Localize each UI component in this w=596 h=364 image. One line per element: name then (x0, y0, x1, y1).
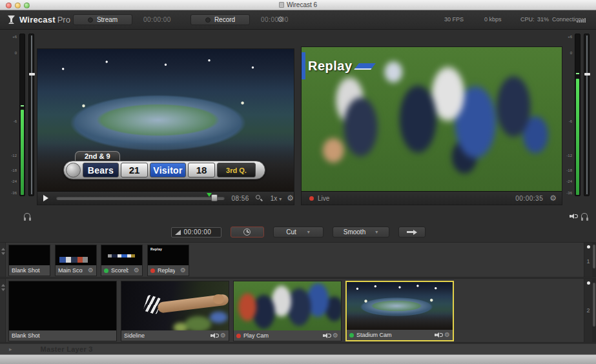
app-name: Wirecast (19, 15, 56, 25)
layer-scrollbar[interactable] (592, 279, 596, 342)
play-button[interactable] (43, 195, 48, 201)
master-layer-label: Master Layer 3 (41, 345, 93, 353)
shot-status-dot (104, 268, 108, 273)
db-scale: +6 0 -6 -12 -18 -24 -36 (5, 34, 17, 196)
shot-replay[interactable]: Replay Replay ⚙ (147, 245, 189, 276)
layer-number-strip: 1 (584, 243, 592, 277)
referee-fist-art (213, 294, 224, 304)
volume-slider-handle[interactable] (584, 73, 590, 76)
shot-blank-1[interactable]: Blank Shot (8, 245, 50, 276)
window-bottom-strip (0, 354, 596, 364)
disclosure-triangle-icon[interactable]: ▸ (9, 346, 12, 352)
preview-panel: 2nd & 9 Bears 21 Visitor 18 3rd Q. 08:56 (37, 48, 294, 205)
clock-icon (243, 228, 251, 236)
cpu-value: 31% (537, 16, 549, 23)
playback-speed-select[interactable]: 1x▾ (271, 195, 282, 202)
shot-gear-icon[interactable]: ⚙ (180, 267, 186, 274)
shot-gear-icon[interactable]: ⚙ (220, 332, 226, 339)
scrubber-marker (207, 193, 212, 197)
playback-bar: 08:56 1x▾ ⚙ (37, 191, 294, 205)
shot-blank-2[interactable]: Blank Shot (8, 281, 117, 341)
live-audio-meter: +6 0 -6 -12 -18 -24 -36 (560, 32, 594, 221)
wirecast-window: Wirecast 6 Wirecast Pro Stream 00:00:00 … (0, 0, 596, 364)
shot-audio-icon[interactable] (435, 332, 442, 338)
shot-scoreboard[interactable]: Scoreboar ⚙ (101, 245, 143, 276)
shot-main-score[interactable]: Main Score ⚙ (55, 245, 97, 276)
shot-gear-icon[interactable]: ⚙ (444, 332, 450, 338)
live-video[interactable]: Replay (302, 47, 562, 191)
scrubber-track[interactable] (56, 196, 225, 200)
record-status-led (205, 17, 211, 23)
chevron-down-icon: ▾ (375, 229, 378, 235)
vu-meter-peak (21, 105, 24, 106)
layer-dot[interactable] (587, 281, 590, 285)
scoreboard-logo-icon (66, 163, 81, 177)
mute-speaker-icon[interactable] (570, 213, 577, 219)
output-settings-gear-icon[interactable]: ⚙ (277, 15, 284, 23)
live-bar: Live 00:00:35 ⚙ (302, 191, 562, 205)
playcam-players-art (234, 281, 341, 330)
scrubber-handle[interactable] (211, 194, 218, 201)
monitor-headphone-icon[interactable] (581, 213, 589, 221)
master-layer-bar[interactable]: ▸ Master Layer 3 (0, 343, 596, 354)
scoreboard-down-distance: 2nd & 9 (75, 151, 120, 161)
volume-slider[interactable] (28, 34, 34, 196)
stadium-thumb-crowd-art (347, 314, 453, 330)
stream-button[interactable]: Stream (73, 14, 132, 25)
app-edition: Pro (57, 15, 70, 25)
layer-reorder-strip[interactable] (0, 279, 6, 342)
layer-scrollbar[interactable] (592, 243, 596, 277)
vu-meter-level (21, 110, 24, 196)
vu-meter (19, 34, 25, 196)
live-panel: Replay Live 00:00:35 ⚙ (301, 46, 562, 205)
vu-meter (575, 34, 581, 196)
scoreboard-home-team: Bears (83, 163, 119, 177)
record-button[interactable]: Record (190, 14, 250, 25)
transition-bar: 00:00:00 Cut ▾ Smooth ▾ (0, 223, 596, 241)
shot-audio-icon[interactable] (211, 332, 218, 339)
monitor-headphone-icon[interactable] (23, 213, 32, 221)
shot-play-cam[interactable]: Play Cam ⚙ (233, 281, 342, 341)
preview-gear-icon[interactable]: ⚙ (287, 194, 294, 202)
transition-duration-field[interactable]: 00:00:00 (171, 227, 221, 238)
shot-layer-1: Blank Shot Main Score ⚙ (0, 242, 596, 278)
live-gear-icon[interactable]: ⚙ (550, 194, 557, 202)
live-indicator-dot (309, 196, 314, 201)
transition-cut-button[interactable]: Cut ▾ (273, 227, 324, 238)
chevron-down-icon: ▾ (307, 229, 310, 235)
go-transition-button[interactable] (398, 227, 426, 238)
shot-thumbnail (56, 245, 96, 265)
record-timer: 00:00:00 (261, 16, 289, 23)
live-timer: 00:00:35 (515, 195, 543, 202)
shot-thumbnail (347, 282, 453, 330)
shot-status-dot (349, 333, 354, 338)
shot-stadium-cam[interactable]: Stadium Cam ⚙ (345, 281, 454, 341)
app-logo: Wirecast Pro (6, 15, 70, 25)
transition-timer-button[interactable] (231, 227, 264, 238)
layer-dot[interactable] (587, 245, 590, 248)
shot-audio-icon[interactable] (323, 332, 330, 339)
mini-scoreboard-art (59, 257, 88, 263)
scoreboard-overlay: Bears 21 Visitor 18 3rd Q. (63, 161, 265, 179)
zoom-magnifier-icon[interactable] (256, 195, 263, 202)
shot-gear-icon[interactable]: ⚙ (88, 267, 94, 274)
replay-edge-bar (302, 52, 305, 79)
shot-status-dot (150, 268, 155, 273)
shot-sideline[interactable]: Sideline ⚙ (121, 281, 229, 341)
shot-layer-2: Blank Shot Sideline ⚙ (0, 278, 596, 343)
volume-slider[interactable] (584, 34, 590, 196)
layer-reorder-strip[interactable] (0, 243, 6, 277)
shot-gear-icon[interactable]: ⚙ (333, 332, 338, 339)
replay-swoosh-icon (354, 63, 376, 70)
fps-stat: 30 FPS (444, 16, 464, 23)
shot-gear-icon[interactable]: ⚙ (134, 267, 139, 274)
shot-thumbnail (234, 281, 341, 330)
ramp-icon (175, 230, 181, 235)
toolbar: Wirecast Pro Stream 00:00:00 Record 00:0… (0, 10, 596, 30)
mini-scorestrip-art (108, 254, 135, 258)
volume-slider-handle[interactable] (29, 73, 35, 76)
preview-video[interactable]: 2nd & 9 Bears 21 Visitor 18 3rd Q. (37, 49, 294, 191)
shot-thumbnail (9, 245, 50, 265)
titlebar: Wirecast 6 (0, 0, 596, 10)
transition-smooth-button[interactable]: Smooth ▾ (333, 227, 389, 238)
